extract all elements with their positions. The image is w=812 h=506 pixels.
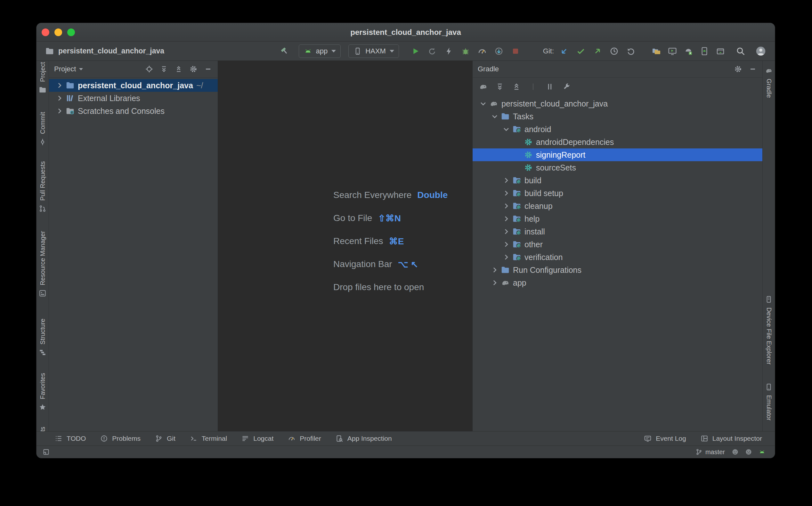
rollback-icon[interactable] bbox=[626, 46, 636, 56]
chevron-right-icon[interactable] bbox=[55, 106, 64, 116]
run-play-icon[interactable] bbox=[410, 46, 421, 56]
gradle-task-row[interactable]: Run Configurations bbox=[473, 264, 762, 276]
tool-window-button[interactable]: Logcat bbox=[241, 434, 273, 443]
gradle-task-row[interactable]: cleanup bbox=[473, 199, 762, 213]
toggle-offline-icon[interactable] bbox=[545, 82, 555, 91]
tool-window-button[interactable]: Event Log bbox=[644, 434, 686, 443]
gradle-elephant-icon[interactable] bbox=[478, 82, 488, 91]
tool-window-stripe-button[interactable]: Favorites bbox=[37, 373, 49, 411]
tool-window-stripe-button[interactable]: Project bbox=[37, 62, 49, 94]
chevron-right-icon[interactable] bbox=[501, 201, 511, 211]
git-update-icon[interactable] bbox=[559, 46, 569, 56]
rerun-icon[interactable] bbox=[427, 46, 437, 56]
tool-window-stripe-button[interactable]: Gradle bbox=[763, 67, 775, 98]
chevron-down-icon[interactable] bbox=[478, 99, 488, 108]
gradle-task-row[interactable]: android bbox=[473, 123, 762, 136]
tool-window-stripe-button[interactable]: Resource Manager bbox=[37, 231, 49, 298]
chevron-right-icon[interactable] bbox=[55, 81, 64, 90]
gradle-task-row[interactable]: verification bbox=[473, 251, 762, 264]
chevron-right-icon[interactable] bbox=[490, 265, 499, 275]
chevron-right-icon[interactable] bbox=[501, 176, 511, 185]
chevron-right-icon[interactable] bbox=[501, 227, 511, 236]
chevron-right-icon[interactable] bbox=[501, 188, 511, 198]
run-configuration-select[interactable]: app bbox=[299, 45, 341, 58]
history-clock-icon[interactable] bbox=[609, 46, 619, 56]
tool-window-button[interactable]: Git bbox=[155, 434, 176, 443]
device-select[interactable]: HAXM bbox=[348, 45, 399, 58]
gradle-task-row[interactable]: install bbox=[473, 225, 762, 238]
tool-window-button[interactable]: App Inspection bbox=[335, 434, 392, 443]
tool-window-stripe-button[interactable]: Build Variants bbox=[37, 427, 49, 431]
chevron-right-icon[interactable] bbox=[55, 93, 64, 103]
gradle-task-row[interactable]: build bbox=[473, 174, 762, 187]
gradle-task-row[interactable]: app bbox=[473, 276, 762, 289]
tool-window-button[interactable]: Layout Inspector bbox=[700, 434, 762, 443]
minimize-window-button[interactable] bbox=[54, 28, 62, 36]
project-breadcrumb[interactable]: persistent_cloud_anchor_java bbox=[45, 47, 164, 56]
layout-inspector-monitor-icon[interactable] bbox=[667, 46, 678, 56]
chevron-down-icon[interactable] bbox=[490, 112, 499, 121]
project-folders-icon[interactable] bbox=[651, 46, 662, 56]
hide-minus-icon[interactable] bbox=[748, 65, 757, 74]
device-manager-phone-icon[interactable] bbox=[699, 46, 709, 56]
project-tree-row[interactable]: External Libraries bbox=[49, 92, 218, 105]
build-hammer-icon[interactable] bbox=[279, 46, 290, 56]
git-push-icon[interactable] bbox=[592, 46, 603, 56]
project-tree-row[interactable]: Scratches and Consoles bbox=[49, 105, 218, 117]
chevron-right-icon[interactable] bbox=[501, 214, 511, 224]
git-commit-check-icon[interactable] bbox=[576, 46, 586, 56]
tool-window-stripe-button[interactable]: Commit bbox=[37, 112, 49, 146]
project-tree-row[interactable]: persistent_cloud_anchor_java ~/ bbox=[49, 79, 218, 92]
collapse-all-icon[interactable] bbox=[512, 82, 521, 91]
settings-gear-icon[interactable] bbox=[189, 65, 198, 74]
gradle-task-row[interactable]: Tasks bbox=[473, 110, 762, 123]
chevron-right-icon[interactable] bbox=[490, 278, 499, 287]
debug-bug-icon[interactable] bbox=[460, 46, 471, 56]
project-panel-title[interactable]: Project bbox=[54, 65, 76, 73]
chevron-down-icon[interactable] bbox=[79, 68, 83, 70]
tool-window-button[interactable]: TODO bbox=[54, 434, 86, 443]
gradle-task-row[interactable]: build setup bbox=[473, 187, 762, 199]
locate-target-icon[interactable] bbox=[145, 65, 154, 74]
gradle-task-row[interactable]: signingReport bbox=[473, 148, 762, 161]
hide-minus-icon[interactable] bbox=[204, 65, 213, 74]
tool-windows-icon[interactable] bbox=[42, 448, 50, 456]
expand-all-icon[interactable] bbox=[495, 82, 504, 91]
wrench-icon[interactable] bbox=[562, 82, 571, 91]
tool-window-stripe-button[interactable]: Pull Requests bbox=[37, 161, 49, 213]
apply-changes-icon[interactable] bbox=[444, 46, 454, 56]
profiler-gauge-icon[interactable] bbox=[477, 46, 487, 56]
smiley-happy-icon[interactable] bbox=[731, 448, 739, 456]
tool-window-button[interactable]: Problems bbox=[100, 434, 141, 443]
tool-window-button[interactable]: Profiler bbox=[287, 434, 321, 443]
gradle-task-row[interactable]: androidDependencies bbox=[473, 136, 762, 148]
tool-window-stripe-button[interactable]: Emulator bbox=[763, 383, 775, 421]
git-branch-widget[interactable]: master bbox=[695, 448, 725, 456]
chevron-right-icon[interactable] bbox=[501, 240, 511, 249]
hint-line: Search Everywhere Double bbox=[333, 184, 448, 206]
attach-debugger-icon[interactable] bbox=[494, 46, 504, 56]
search-everywhere-icon[interactable] bbox=[735, 46, 746, 57]
smiley-sad-icon[interactable] bbox=[745, 448, 752, 456]
android-head-icon[interactable] bbox=[758, 448, 766, 456]
emulator-box-icon[interactable] bbox=[715, 46, 726, 56]
tool-window-button[interactable]: Terminal bbox=[190, 434, 227, 443]
collapse-all-icon[interactable] bbox=[174, 65, 183, 74]
chevron-right-icon[interactable] bbox=[501, 252, 511, 262]
settings-gear-icon[interactable] bbox=[734, 65, 743, 74]
titlebar[interactable]: persistent_cloud_anchor_java bbox=[37, 23, 775, 41]
sdk-manager-android-icon[interactable] bbox=[683, 46, 693, 56]
user-avatar-icon[interactable] bbox=[755, 46, 766, 57]
editor-area[interactable]: Search Everywhere Double Go to File ⇧⌘N … bbox=[218, 61, 472, 431]
tool-window-stripe-button[interactable]: Structure bbox=[37, 319, 49, 357]
close-window-button[interactable] bbox=[42, 28, 49, 36]
gradle-task-row[interactable]: persistent_cloud_anchor_java bbox=[473, 97, 762, 110]
zoom-window-button[interactable] bbox=[67, 28, 75, 36]
expand-all-icon[interactable] bbox=[159, 65, 168, 74]
gradle-task-row[interactable]: sourceSets bbox=[473, 161, 762, 174]
chevron-down-icon[interactable] bbox=[501, 124, 511, 134]
stop-icon[interactable] bbox=[511, 46, 521, 56]
tool-window-stripe-button[interactable]: Device File Explorer bbox=[763, 295, 775, 365]
gradle-task-row[interactable]: help bbox=[473, 213, 762, 225]
gradle-task-row[interactable]: other bbox=[473, 238, 762, 251]
